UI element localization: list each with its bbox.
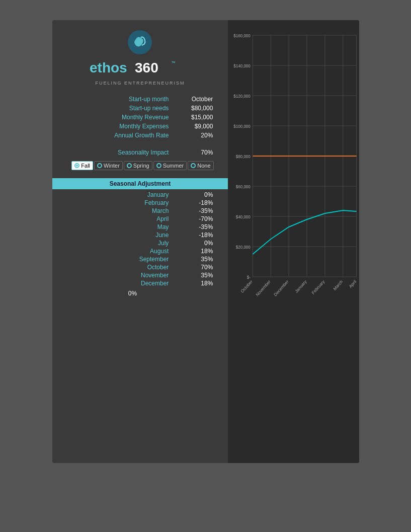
svg-text:$140,000: $140,000 <box>234 63 251 69</box>
radio-summer[interactable]: Summer <box>153 161 187 170</box>
monthly-table: January0%February-18%March-35%April-70%M… <box>52 191 228 288</box>
startup-needs-row: Start-up needs $80,000 <box>57 105 213 112</box>
monthly-row: July0% <box>57 240 213 247</box>
month-name: February <box>57 199 173 206</box>
logo-text: ethos 360 ™ <box>90 58 190 79</box>
svg-text:$160,000: $160,000 <box>234 33 251 39</box>
monthly-revenue-row: Monthly Revenue $15,000 <box>57 114 213 121</box>
month-name: July <box>57 240 173 247</box>
startup-month-value: October <box>173 96 213 103</box>
seasonality-value: 70% <box>173 149 213 156</box>
svg-text:$120,000: $120,000 <box>234 94 251 99</box>
radio-winter[interactable]: Winter <box>94 161 123 170</box>
month-value: -18% <box>173 232 213 239</box>
monthly-row: September35% <box>57 256 213 263</box>
monthly-row: January0% <box>57 191 213 198</box>
month-value: 18% <box>173 248 213 255</box>
month-name: March <box>57 207 173 214</box>
month-value: 18% <box>173 280 213 287</box>
month-name: January <box>57 191 173 198</box>
avg-row: 0% <box>128 290 152 297</box>
month-value: -35% <box>173 223 213 231</box>
month-value: -35% <box>173 207 213 214</box>
monthly-expenses-row: Monthly Expenses $9,000 <box>57 123 213 130</box>
annual-growth-row: Annual Growth Rate 20% <box>57 132 213 139</box>
radio-dot-fall <box>74 163 79 168</box>
monthly-row: June-18% <box>57 232 213 239</box>
monthly-row: May-35% <box>57 223 213 231</box>
radio-dot-spring <box>127 163 132 168</box>
month-value: -70% <box>173 215 213 222</box>
annual-growth-label: Annual Growth Rate <box>57 132 173 139</box>
startup-month-row: Start-up month October <box>57 96 213 103</box>
month-name: October <box>57 264 173 271</box>
month-name: December <box>57 280 173 287</box>
month-name: April <box>57 215 173 222</box>
month-value: 35% <box>173 272 213 279</box>
month-value: 0% <box>173 240 213 247</box>
seasonality-row: Seasonality Impact 70% <box>57 149 213 156</box>
startup-month-label: Start-up month <box>57 96 173 103</box>
seasonality-section: Seasonality Impact 70% <box>52 146 228 161</box>
svg-text:$20,000: $20,000 <box>236 245 251 250</box>
monthly-row: March-35% <box>57 207 213 214</box>
tagline: FUELING ENTREPRENEURISM <box>95 81 185 86</box>
logo-section: ethos 360 ™ FUELING ENTREPRENEURISM <box>90 20 190 91</box>
seasonal-adj-header: Seasonal Adjustment <box>52 178 228 189</box>
chart-svg: $160,000 $140,000 $120,000 $100,000 $80,… <box>228 20 359 347</box>
monthly-expenses-value: $9,000 <box>173 123 213 130</box>
radio-winter-label: Winter <box>104 163 120 169</box>
radio-none[interactable]: None <box>188 161 213 170</box>
monthly-row: December18% <box>57 280 213 287</box>
monthly-revenue-label: Monthly Revenue <box>57 114 173 121</box>
svg-text:$80,000: $80,000 <box>236 154 251 160</box>
radio-none-label: None <box>197 163 210 169</box>
chart-area: $160,000 $140,000 $120,000 $100,000 $80,… <box>228 20 359 347</box>
annual-growth-value: 20% <box>173 132 213 139</box>
monthly-revenue-value: $15,000 <box>173 114 213 121</box>
radio-spring[interactable]: Spring <box>124 161 152 170</box>
month-name: May <box>57 223 173 231</box>
month-value: 35% <box>173 256 213 263</box>
left-panel: ethos 360 ™ FUELING ENTREPRENEURISM Star… <box>52 20 228 463</box>
month-value: 0% <box>173 191 213 198</box>
month-name: June <box>57 232 173 239</box>
radio-dot-none <box>191 163 196 168</box>
month-value: -18% <box>173 199 213 206</box>
startup-needs-value: $80,000 <box>173 105 213 112</box>
svg-text:$40,000: $40,000 <box>236 214 251 220</box>
radio-dot-summer <box>156 163 161 168</box>
monthly-row: February-18% <box>57 199 213 206</box>
ethos-logo-icon <box>127 29 153 55</box>
monthly-row: April-70% <box>57 215 213 222</box>
seasonality-label: Seasonality Impact <box>57 149 173 156</box>
month-name: August <box>57 248 173 255</box>
radio-fall-label: Fall <box>81 163 90 169</box>
monthly-row: August18% <box>57 248 213 255</box>
svg-text:$100,000: $100,000 <box>234 124 251 129</box>
params-section: Start-up month October Start-up needs $8… <box>52 91 228 146</box>
app-container: ethos 360 ™ FUELING ENTREPRENEURISM Star… <box>52 20 359 463</box>
month-name: November <box>57 272 173 279</box>
radio-fall[interactable]: Fall <box>71 161 93 170</box>
svg-text:ethos: ethos <box>90 60 127 75</box>
seasonality-radio-group: Fall Winter Spring Summer None <box>71 161 213 170</box>
svg-text:$60,000: $60,000 <box>236 184 251 190</box>
startup-needs-label: Start-up needs <box>57 105 173 112</box>
radio-spring-label: Spring <box>133 163 149 169</box>
month-name: September <box>57 256 173 263</box>
right-panel: $160,000 $140,000 $120,000 $100,000 $80,… <box>228 20 359 463</box>
svg-text:360: 360 <box>135 60 158 75</box>
monthly-row: October70% <box>57 264 213 271</box>
radio-summer-label: Summer <box>163 163 184 169</box>
monthly-expenses-label: Monthly Expenses <box>57 123 173 130</box>
month-value: 70% <box>173 264 213 271</box>
avg-value: 0% <box>128 290 137 297</box>
monthly-row: November35% <box>57 272 213 279</box>
radio-dot-winter <box>97 163 102 168</box>
outer-wrapper: ethos 360 ™ FUELING ENTREPRENEURISM Star… <box>0 0 411 532</box>
svg-text:™: ™ <box>171 60 176 65</box>
